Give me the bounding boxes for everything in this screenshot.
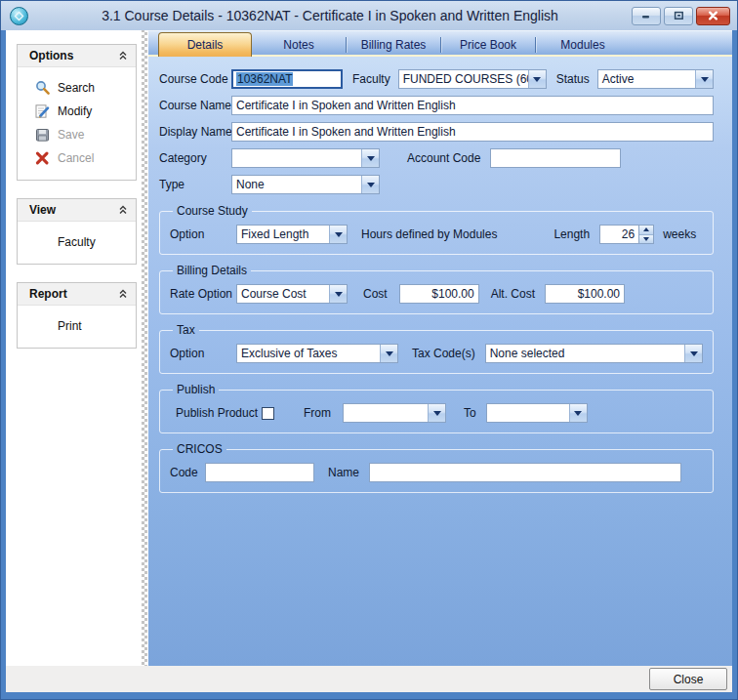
collapse-chevron-icon[interactable] [118, 201, 128, 219]
tab-billing-rates[interactable]: Billing Rates [347, 35, 440, 55]
main-panel: Details Notes Billing Rates Price Book M… [148, 30, 732, 666]
course-code-input[interactable]: 10362NAT [231, 69, 343, 89]
chevron-down-icon [684, 345, 702, 362]
tax-codes-dropdown[interactable]: None selected [485, 344, 703, 363]
footer-bar: Close [6, 666, 732, 692]
billing-details-legend: Billing Details [173, 264, 251, 277]
cost-label: Cost [363, 287, 388, 301]
sidebar-item-cancel[interactable]: Cancel [18, 146, 136, 170]
publish-to-label: To [464, 406, 476, 420]
course-study-option-dropdown[interactable]: Fixed Length [236, 225, 348, 244]
sidebar-item-print[interactable]: Print [18, 314, 136, 338]
sidebar: Options Search [6, 30, 141, 666]
display-name-label: Display Name [159, 125, 231, 139]
sidebar-item-faculty[interactable]: Faculty [18, 230, 136, 254]
length-value[interactable]: 26 [599, 225, 638, 244]
course-study-group: Course Study Option Fixed Length Hours d… [159, 204, 714, 255]
cost-input[interactable]: $100.00 [399, 284, 479, 304]
status-label: Status [556, 72, 590, 86]
sidebar-item-label: Cancel [58, 151, 94, 165]
tab-notes[interactable]: Notes [252, 35, 346, 55]
alt-cost-input[interactable]: $100.00 [545, 284, 625, 304]
status-dropdown[interactable]: Active [597, 69, 714, 89]
tax-option-label: Option [170, 347, 236, 360]
titlebar: 3.1 Course Details - 10362NAT - Certific… [1, 1, 737, 30]
cricos-group: CRICOS Code Name [159, 442, 714, 493]
sidebar-item-label: Modify [58, 104, 92, 118]
chevron-down-icon [569, 404, 587, 422]
collapse-chevron-icon[interactable] [118, 285, 128, 303]
tab-details[interactable]: Details [158, 32, 252, 57]
sidebar-item-label: Print [58, 319, 82, 333]
window-frame: Options Search [1, 30, 737, 699]
blank-icon-slot [34, 318, 51, 334]
alt-cost-label: Alt. Cost [491, 287, 535, 301]
chevron-down-icon [528, 70, 546, 88]
chevron-down-icon [361, 149, 379, 167]
details-tab-content: Course Code 10362NAT Faculty FUNDED COUR… [148, 57, 732, 666]
chevron-down-icon [329, 226, 347, 243]
maximize-button[interactable] [664, 7, 693, 25]
rate-option-dropdown[interactable]: Course Cost [236, 284, 348, 304]
save-icon [34, 127, 51, 143]
account-code-input[interactable] [490, 148, 621, 168]
sidebar-item-modify[interactable]: Modify [18, 100, 136, 123]
spin-up-icon[interactable] [639, 226, 653, 234]
cricos-name-input[interactable] [369, 463, 681, 482]
tabstrip: Details Notes Billing Rates Price Book M… [148, 30, 732, 57]
publish-from-dropdown[interactable] [343, 403, 446, 423]
collapse-chevron-icon[interactable] [118, 47, 128, 64]
close-window-button[interactable] [696, 7, 730, 25]
length-label: Length [554, 227, 590, 241]
tab-price-book[interactable]: Price Book [441, 35, 535, 55]
category-label: Category [159, 151, 231, 165]
sidebar-item-search[interactable]: Search [18, 76, 136, 100]
chevron-down-icon [380, 345, 397, 362]
faculty-dropdown[interactable]: FUNDED COURSES (6003) [398, 69, 547, 89]
chevron-down-icon [361, 176, 379, 193]
tax-legend: Tax [173, 323, 199, 337]
publish-to-dropdown[interactable] [486, 403, 588, 423]
sidebar-item-label: Save [58, 128, 84, 142]
search-icon [34, 80, 51, 96]
length-unit-label: weeks [663, 227, 696, 241]
course-details-window: 3.1 Course Details - 10362NAT - Certific… [0, 0, 738, 700]
course-name-label: Course Name [159, 99, 231, 112]
report-panel-header: Report [18, 283, 136, 306]
publish-from-label: From [304, 406, 331, 420]
close-button[interactable]: Close [649, 668, 727, 690]
tax-option-dropdown[interactable]: Exclusive of Taxes [236, 344, 398, 363]
publish-product-checkbox[interactable] [262, 407, 274, 420]
course-name-input[interactable]: Certificate I in Spoken and Written Engl… [231, 96, 714, 115]
length-stepper[interactable]: 26 [599, 225, 654, 244]
minimize-button[interactable] [632, 7, 661, 25]
faculty-label: Faculty [352, 72, 390, 86]
category-dropdown[interactable] [231, 148, 380, 168]
display-name-input[interactable]: Certificate I in Spoken and Written Engl… [231, 122, 714, 142]
sidebar-item-label: Search [58, 81, 95, 95]
blank-icon-slot [34, 234, 51, 250]
course-code-label: Course Code [159, 72, 231, 86]
sidebar-item-label: Faculty [58, 235, 96, 249]
app-logo-icon [10, 7, 28, 25]
spin-down-icon[interactable] [639, 234, 653, 244]
course-study-option-label: Option [170, 227, 236, 241]
report-panel-title: Report [29, 287, 67, 301]
report-panel: Report Print [17, 282, 137, 349]
tab-modules[interactable]: Modules [536, 35, 630, 55]
course-study-legend: Course Study [173, 204, 252, 218]
billing-details-group: Billing Details Rate Option Course Cost … [159, 264, 714, 314]
type-dropdown[interactable]: None [231, 175, 380, 194]
course-code-value: 10362NAT [236, 72, 293, 86]
publish-product-label: Publish Product [176, 406, 262, 420]
publish-group: Publish Publish Product From To [159, 383, 714, 433]
sidebar-item-save[interactable]: Save [18, 123, 136, 146]
window-controls [632, 7, 730, 25]
tax-codes-label: Tax Code(s) [412, 347, 475, 360]
rate-option-label: Rate Option [170, 287, 236, 301]
hours-note: Hours defined by Modules [361, 227, 497, 241]
sidebar-splitter[interactable] [141, 30, 148, 666]
cricos-legend: CRICOS [173, 442, 226, 456]
cricos-code-input[interactable] [205, 463, 314, 482]
view-panel: View Faculty [17, 198, 137, 265]
